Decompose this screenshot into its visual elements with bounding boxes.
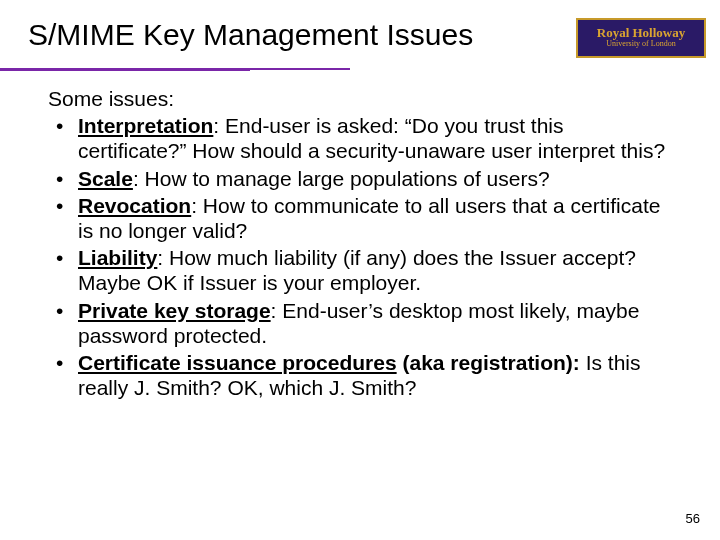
bullet-list: Interpretation: End-user is asked: “Do y… <box>48 113 672 400</box>
list-item: Scale: How to manage large populations o… <box>74 166 672 191</box>
bullet-text: : How to manage large populations of use… <box>133 167 550 190</box>
page-number: 56 <box>686 511 700 526</box>
list-item: Interpretation: End-user is asked: “Do y… <box>74 113 672 163</box>
slide-body: Some issues: Interpretation: End-user is… <box>0 58 720 400</box>
list-item: Liability: How much liability (if any) d… <box>74 245 672 295</box>
bullet-term: Private key storage <box>78 299 271 322</box>
intro-text: Some issues: <box>48 86 672 111</box>
slide-header: S/MIME Key Management Issues Royal Hollo… <box>0 0 720 58</box>
logo-text-line2: University of London <box>606 39 675 49</box>
bullet-term: Liability <box>78 246 157 269</box>
bullet-term-plain: (aka registration): <box>397 351 586 374</box>
header-rule-secondary <box>0 70 250 71</box>
bullet-term: Certificate issuance procedures <box>78 351 397 374</box>
bullet-term: Scale <box>78 167 133 190</box>
slide: S/MIME Key Management Issues Royal Hollo… <box>0 0 720 540</box>
list-item: Private key storage: End-user’s desktop … <box>74 298 672 348</box>
bullet-text: : How much liability (if any) does the I… <box>78 246 636 294</box>
bullet-term: Interpretation <box>78 114 213 137</box>
bullet-term: Revocation <box>78 194 191 217</box>
institution-logo: Royal Holloway University of London <box>576 18 706 58</box>
logo-text-line1: Royal Holloway <box>597 26 685 39</box>
list-item: Revocation: How to communicate to all us… <box>74 193 672 243</box>
list-item: Certificate issuance procedures (aka reg… <box>74 350 672 400</box>
